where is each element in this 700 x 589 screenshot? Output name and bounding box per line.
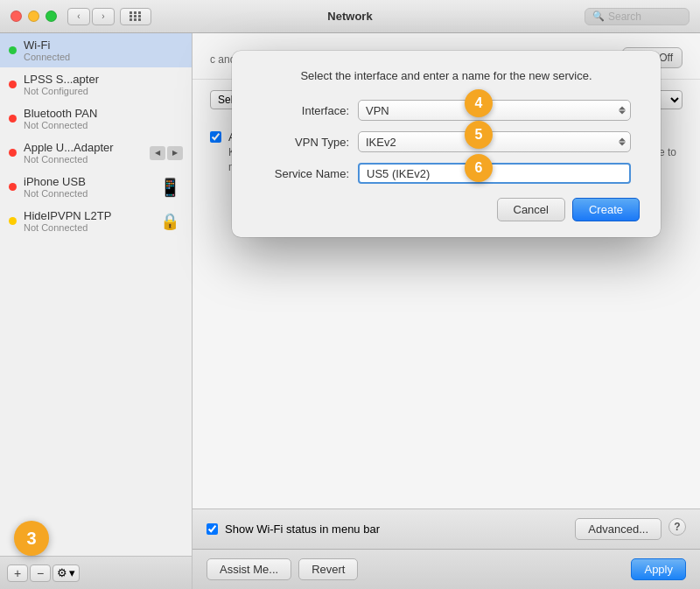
sidebar-toolbar: + − ⚙ ▾ bbox=[0, 556, 192, 589]
dialog-service-name-row: Service Name: 6 bbox=[253, 163, 640, 184]
annotation-bubble-6: 6 bbox=[465, 154, 493, 182]
gear-icon: ⚙ bbox=[57, 566, 67, 579]
network-list: Wi-Fi Connected LPSS S...apter Not Confi… bbox=[0, 33, 192, 556]
search-icon: 🔍 bbox=[592, 11, 605, 22]
sidebar-item-bluetooth[interactable]: Bluetooth PAN Not Connected bbox=[0, 102, 192, 136]
interface-select-wrapper: VPN Ethernet Wi-Fi bbox=[358, 100, 631, 121]
titlebar: ‹ › Network 🔍 Search bbox=[0, 0, 700, 33]
annotation-bubble-5: 5 bbox=[465, 121, 493, 149]
back-button[interactable]: ‹ bbox=[67, 8, 90, 25]
status-dot-bluetooth bbox=[9, 115, 17, 123]
grid-button[interactable] bbox=[120, 8, 151, 25]
status-dot-iphone-usb bbox=[9, 183, 17, 191]
close-button[interactable] bbox=[10, 11, 22, 22]
maximize-button[interactable] bbox=[46, 11, 57, 22]
dialog-interface-row: Interface: VPN Ethernet Wi-Fi bbox=[253, 100, 640, 121]
window-title: Network bbox=[327, 10, 372, 23]
forward-button[interactable]: › bbox=[92, 8, 115, 25]
grid-icon bbox=[130, 11, 142, 21]
status-dot-lpss bbox=[9, 81, 17, 88]
status-dot-apple-usb bbox=[9, 149, 17, 157]
sidebar-item-lpss[interactable]: LPSS S...apter Not Configured bbox=[0, 67, 192, 102]
iphone-icon: 📱 bbox=[159, 177, 181, 198]
status-dot-wifi bbox=[9, 46, 17, 54]
dialog-vpn-type-row: VPN Type: IKEv2 L2TP over IPSec Cisco IP… bbox=[253, 131, 640, 152]
network-name-iphone-usb: iPhone USB bbox=[24, 175, 157, 188]
minimize-button[interactable] bbox=[28, 11, 39, 22]
network-status-apple-usb: Not Connected bbox=[24, 154, 150, 165]
sidebar-item-hide-vpn[interactable]: HideIPVPN L2TP Not Connected 🔒 bbox=[0, 204, 192, 238]
network-info-apple-usb: Apple U...Adapter Not Connected bbox=[24, 141, 150, 165]
annotation-bubble-3: 3 bbox=[14, 521, 49, 556]
apple-usb-right-arrow[interactable]: ▶ bbox=[167, 146, 183, 160]
network-status-wifi: Connected bbox=[24, 52, 183, 62]
lock-icon: 🔒 bbox=[160, 212, 179, 231]
search-placeholder: Search bbox=[608, 11, 641, 23]
network-info-bluetooth: Bluetooth PAN Not Connected bbox=[24, 107, 183, 130]
search-box[interactable]: 🔍 Search bbox=[584, 8, 690, 25]
apple-usb-nav-arrows: ◀ ▶ bbox=[150, 146, 183, 160]
network-info-lpss: LPSS S...apter Not Configured bbox=[24, 73, 183, 96]
vpn-type-label: VPN Type: bbox=[253, 136, 349, 149]
network-status-hide-vpn: Not Connected bbox=[24, 222, 157, 233]
new-service-dialog: Select the interface and enter a name fo… bbox=[232, 51, 661, 237]
dialog-cancel-button[interactable]: Cancel bbox=[497, 198, 565, 221]
network-name-bluetooth: Bluetooth PAN bbox=[24, 107, 183, 120]
network-status-bluetooth: Not Connected bbox=[24, 120, 183, 130]
vpn-type-select[interactable]: IKEv2 L2TP over IPSec Cisco IPSec bbox=[358, 131, 631, 152]
right-panel: c and has Wi-Fi Off Select a network Ask… bbox=[192, 33, 700, 589]
network-name-wifi: Wi-Fi bbox=[24, 39, 183, 52]
service-name-label: Service Name: bbox=[253, 167, 349, 180]
main-content: Wi-Fi Connected LPSS S...apter Not Confi… bbox=[0, 33, 700, 589]
remove-network-button[interactable]: − bbox=[30, 564, 51, 582]
dialog-title: Select the interface and enter a name fo… bbox=[253, 68, 640, 84]
interface-label: Interface: bbox=[253, 104, 349, 117]
sidebar-item-iphone-usb[interactable]: iPhone USB Not Connected 📱 bbox=[0, 170, 192, 204]
network-info-hide-vpn: HideIPVPN L2TP Not Connected bbox=[24, 209, 157, 233]
apple-usb-left-arrow[interactable]: ◀ bbox=[150, 146, 165, 160]
network-name-hide-vpn: HideIPVPN L2TP bbox=[24, 209, 157, 222]
traffic-lights bbox=[10, 11, 57, 22]
network-status-lpss: Not Configured bbox=[24, 86, 183, 96]
interface-select[interactable]: VPN Ethernet Wi-Fi bbox=[358, 100, 631, 121]
service-name-input[interactable] bbox=[358, 163, 631, 184]
network-status-iphone-usb: Not Connected bbox=[24, 188, 157, 199]
vpn-type-select-wrapper: IKEv2 L2TP over IPSec Cisco IPSec bbox=[358, 131, 631, 152]
sidebar-item-apple-usb[interactable]: Apple U...Adapter Not Connected ◀ ▶ bbox=[0, 136, 192, 170]
dialog-buttons: Cancel Create bbox=[253, 198, 640, 221]
sidebar: Wi-Fi Connected LPSS S...apter Not Confi… bbox=[0, 33, 192, 589]
add-network-button[interactable]: + bbox=[7, 564, 28, 582]
network-name-lpss: LPSS S...apter bbox=[24, 73, 183, 86]
nav-buttons: ‹ › bbox=[67, 8, 115, 25]
network-name-apple-usb: Apple U...Adapter bbox=[24, 141, 150, 154]
vpn-icon-area: 🔒 bbox=[157, 212, 183, 231]
annotation-bubble-4: 4 bbox=[465, 89, 493, 117]
dialog-create-button[interactable]: Create bbox=[572, 198, 640, 221]
sidebar-item-wifi[interactable]: Wi-Fi Connected bbox=[0, 33, 192, 67]
network-info-wifi: Wi-Fi Connected bbox=[24, 39, 183, 62]
gear-menu-button[interactable]: ⚙ ▾ bbox=[52, 564, 80, 582]
dialog-overlay: Select the interface and enter a name fo… bbox=[192, 33, 700, 589]
status-dot-hide-vpn bbox=[9, 217, 17, 225]
chevron-down-icon: ▾ bbox=[69, 566, 75, 579]
network-info-iphone-usb: iPhone USB Not Connected bbox=[24, 175, 157, 199]
iphone-icon-area: 📱 bbox=[157, 177, 183, 198]
